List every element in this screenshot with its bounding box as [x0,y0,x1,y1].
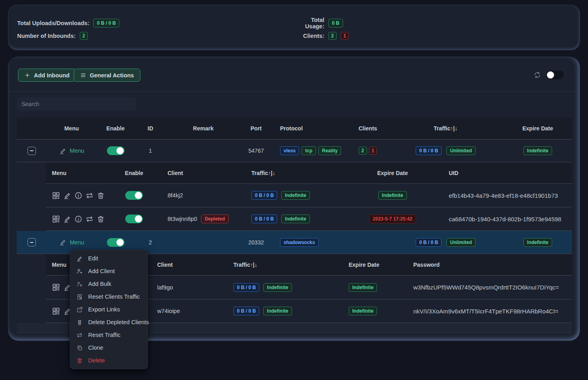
stat-clients: Clients: 2 1 [292,31,349,41]
collapse-row-button[interactable] [28,238,36,246]
add-bulk-icon [76,281,83,287]
duration-badge: Indefinite [263,283,292,292]
duration-badge: Indefinite [281,191,310,200]
menu-item-label: Clone [88,345,103,351]
row-menu-button[interactable]: Menu [59,147,84,155]
menu-item-label: Edit [88,255,98,262]
menu-item-delete-depleted-clients[interactable]: Delete Depleted Clients [70,316,148,329]
menu-item-reset-clients-traffic[interactable]: Reset Clients Traffic [70,290,148,303]
client-name: laf9go [149,284,223,291]
stat-value-badge: 0 B / 0 B [93,19,119,28]
delete-icon[interactable] [97,191,105,200]
duration-badge: Indefinite [281,215,310,223]
toolbar-divider [8,91,580,92]
clients-active-badge: 2 [359,147,367,155]
traffic-limit-badge: Unlimited [446,238,476,247]
add-client-icon [76,268,83,275]
refresh-icon[interactable] [534,71,541,79]
edit-icon [59,147,67,155]
row-menu-label: Menu [70,148,84,154]
stat-number-of-inbounds: Number of Inbounds: 2 [17,31,88,41]
enable-toggle[interactable] [125,191,143,200]
header-expire-date: Expire Date [351,170,434,176]
edit-icon[interactable] [63,215,71,223]
traffic-badge: 0 B / 0 B [251,191,277,200]
general-actions-button[interactable]: General Actions [74,69,140,82]
collapse-row-button[interactable] [28,147,36,155]
row-menu-button[interactable]: Menu [59,238,84,246]
qr-code-icon[interactable] [52,215,60,223]
inbound-id: 2 [134,239,166,246]
delete-icon[interactable] [97,215,105,223]
plus-icon [24,72,30,78]
info-icon[interactable] [74,215,83,223]
stat-total-usage: Total Usage: 0 B [292,18,343,28]
toggle-knob [116,239,124,246]
dark-mode-toggle[interactable] [546,71,564,79]
client-uid: efb14b43-4a79-4e83-ef18-e48cf1901b73 [434,192,572,199]
header-client: Client [149,262,223,268]
header-menu: Menu [47,125,97,132]
reset-traffic-icon[interactable] [85,191,94,200]
traffic-badge: 0 B / 0 B [416,146,442,155]
toggle-knob [135,215,142,222]
inbounds-table-header: Menu Enable ID Remark Port Protocol Clie… [17,118,572,140]
protocol-tag: tcp [302,146,316,155]
minus-icon [30,242,34,243]
header-enable: Enable [97,125,134,132]
menu-item-label: Delete Depleted Clients [88,319,149,325]
client-password: w3NfbzUPf5WWd745Q8pvsmQrdrttT2IO6knuI7Di… [406,284,572,291]
inbound-id: 1 [134,148,166,154]
client-name: 8f4kj2 [149,192,223,199]
stats-card: Total Uploads/Downloads: 0 B / 0 B Numbe… [8,5,580,50]
header-password: Password [406,262,572,268]
protocol-tag: shadowsocks [280,238,319,247]
client-table-header: Menu Enable Client Traffic↑|↓ Expire Dat… [46,162,572,184]
info-icon[interactable] [74,191,83,200]
enable-toggle[interactable] [107,238,124,247]
menu-item-edit[interactable]: Edit [70,252,148,265]
header-enable: Enable [119,170,149,176]
menu-item-add-bulk[interactable]: Add Bulk [70,278,148,290]
toggle-knob [116,147,124,154]
menu-item-label: Reset Traffic [88,332,120,338]
row-menu-label: Menu [70,239,84,246]
hamburger-icon [80,72,86,78]
reset-traffic-icon[interactable] [85,215,94,223]
enable-toggle[interactable] [125,215,143,223]
header-traffic: Traffic↑|↓ [223,170,351,176]
header-expire-date: Expire Date [503,125,572,132]
menu-item-add-client[interactable]: Add Client [70,265,148,278]
add-inbound-button[interactable]: Add Inbound [18,69,76,82]
stat-label: Number of Inbounds: [17,33,76,39]
client-row-1: 8f4kj2 0 B / 0 B Indefinite Indefinite e… [46,184,572,207]
header-uid: UID [434,170,572,176]
enable-toggle[interactable] [107,146,124,155]
add-inbound-label: Add Inbound [34,72,69,79]
traffic-badge: 0 B / 0 B [416,238,442,247]
menu-item-clone[interactable]: Clone [70,341,148,354]
search-input[interactable] [17,97,136,110]
qr-code-icon[interactable] [52,283,60,291]
menu-item-export-links[interactable]: Export Links [70,303,148,316]
menu-item-delete[interactable]: Delete [70,354,148,367]
expire-badge: Indefinite [523,238,552,247]
qr-code-icon[interactable] [52,307,60,315]
header-traffic: Traffic↑|↓ [223,262,335,268]
edit-icon [59,238,67,246]
inbound-context-menu: Edit Add Client Add Bulk Reset Clients T… [70,250,148,369]
expire-badge: Indefinite [349,307,377,315]
client-row-2: 8t3wjnn8p0 Depleted 0 B / 0 B Indefinite… [46,207,572,231]
edit-icon[interactable] [63,191,71,200]
header-remark: Remark [166,125,240,132]
expire-badge: 2023-5-7 17:25:42 [369,215,416,223]
header-menu: Menu [46,170,119,176]
header-port: Port [240,125,272,132]
expire-badge: Indefinite [378,191,406,200]
qr-code-icon[interactable] [52,191,60,200]
menu-item-reset-traffic[interactable]: Reset Traffic [70,329,148,341]
header-protocol: Protocol [272,125,348,132]
header-traffic: Traffic↑|↓ [388,125,503,132]
clients-active-badge: 2 [328,32,337,40]
header-id: ID [134,125,166,132]
